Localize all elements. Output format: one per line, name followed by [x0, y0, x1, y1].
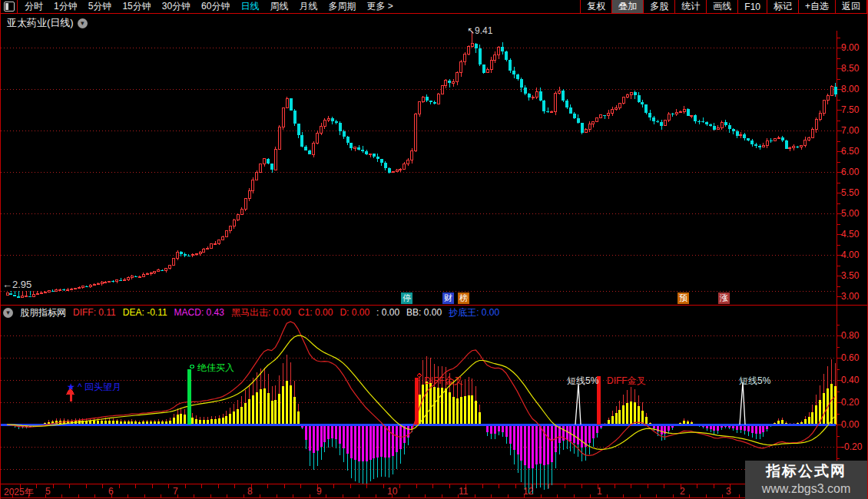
trading-app-window: 分时 1分钟 5分钟 15分钟 30分钟 60分钟 日线 周线 月线 多周期 更…: [0, 0, 868, 499]
tab-multiperiod[interactable]: 多周期: [328, 0, 356, 13]
price-axis-label: 6.00: [841, 167, 859, 177]
button-back[interactable]: 返回: [835, 0, 867, 13]
chart-canvas[interactable]: [1, 0, 868, 499]
indicator-value: : 0.00: [376, 307, 399, 318]
tab-1min[interactable]: 1分钟: [54, 0, 78, 13]
timeline-month-label: 12: [523, 486, 533, 497]
chevron-down-icon[interactable]: ▾: [3, 308, 13, 318]
event-badge[interactable]: 预: [678, 292, 689, 304]
button-fuquan[interactable]: 复权: [580, 0, 611, 13]
indicator-value: 黑马出击: 0.00: [231, 306, 291, 319]
indicator-value: 抄底王: 0.00: [449, 306, 499, 319]
tab-weekly[interactable]: 周线: [270, 0, 288, 13]
top-menu-bar: 分时 1分钟 5分钟 15分钟 30分钟 60分钟 日线 周线 月线 多周期 更…: [1, 0, 867, 14]
signal-label: 绝佳买入: [197, 362, 234, 375]
chart-title-row: 亚太药业(日线) ▾: [7, 16, 88, 30]
signal-label: 短线5%: [567, 375, 598, 388]
timeline-month-label: 8: [247, 486, 253, 497]
indicator-header: ▾ 股朋指标网DIFF: 0.11DEA: -0.11MACD: 0.43黑马出…: [1, 306, 835, 319]
arrow-upleft-icon: ↖: [467, 25, 475, 36]
timeline-month-label: 6: [108, 486, 114, 497]
indicator-value: C1: 0.00: [298, 307, 333, 318]
indicator-axis-label: -0.20: [841, 441, 862, 452]
timeline-year-label: 2025年: [4, 486, 34, 499]
indicator-value: D: 0.00: [340, 307, 369, 318]
tab-30min[interactable]: 30分钟: [162, 0, 190, 13]
price-axis-label: 5.00: [841, 208, 859, 219]
signal-label: ★ ^ 回头望月: [67, 381, 121, 394]
indicator-value: DEA: -0.11: [123, 307, 167, 318]
button-drawline[interactable]: 画线: [706, 0, 737, 13]
button-mark[interactable]: 标记: [767, 0, 798, 13]
tab-monthly[interactable]: 月线: [299, 0, 317, 13]
timeline-month-label: 9: [316, 486, 322, 497]
button-f10[interactable]: F10: [737, 0, 767, 13]
toolbar-buttons: 复权 叠加 多股 统计 画线 F10 标记 +自选 返回: [580, 0, 867, 13]
price-axis-label: 8.50: [841, 63, 859, 74]
watermark-url: www.zbgs3.com: [745, 481, 867, 497]
button-overlay[interactable]: 叠加: [611, 0, 643, 13]
price-axis-label: 7.50: [841, 104, 859, 115]
price-axis-label: 9.00: [841, 42, 859, 53]
price-axis-label: 7.00: [841, 125, 859, 136]
price-axis-label: 4.50: [841, 229, 859, 240]
event-badge[interactable]: 停: [401, 292, 412, 304]
arrow-left-icon: ←: [2, 279, 12, 290]
tab-60min[interactable]: 60分钟: [201, 0, 230, 13]
price-axis-label: 3.00: [841, 291, 859, 302]
tab-15min[interactable]: 15分钟: [122, 0, 151, 13]
chevron-down-icon[interactable]: ▾: [78, 18, 88, 28]
timeline-month-label: 7: [173, 486, 178, 497]
signal-label: DIFF金叉: [607, 375, 646, 388]
page-title: 亚太药业(日线): [7, 16, 74, 30]
price-axis-label: 4.00: [841, 250, 859, 260]
timeline-month-label: 3: [726, 486, 731, 497]
tab-more[interactable]: 更多 >: [366, 0, 393, 13]
button-stats[interactable]: 统计: [674, 0, 706, 13]
timeline-month-label: 1: [597, 486, 602, 497]
price-axis-label: 3.50: [841, 270, 859, 281]
indicator-axis-label: 0.20: [841, 397, 859, 408]
tab-5min[interactable]: 5分钟: [88, 0, 112, 13]
layout-toggle-icon[interactable]: [4, 2, 15, 12]
event-badge[interactable]: 涨: [718, 292, 730, 304]
event-badge[interactable]: 榜: [458, 292, 469, 304]
indicator-axis-label: 0.00: [841, 419, 859, 430]
indicator-axis-label: 0.80: [841, 330, 859, 341]
timeline-month-label: 2: [680, 486, 685, 497]
indicator-axis-label: 0.40: [841, 375, 859, 385]
price-axis-label: 8.00: [841, 84, 859, 94]
timeline-month-label: 10: [387, 486, 397, 497]
signal-label: DIFF金叉: [424, 375, 463, 388]
timeline-month-label: 5: [45, 486, 51, 497]
tab-daily[interactable]: 日线: [240, 0, 259, 13]
divider: [17, 0, 18, 13]
button-multistock[interactable]: 多股: [643, 0, 674, 13]
indicator-value: 股朋指标网: [20, 306, 66, 319]
tab-fenshi[interactable]: 分时: [25, 0, 43, 13]
watermark: 指标公式网 www.zbgs3.com: [745, 461, 867, 499]
period-tabs: 分时 1分钟 5分钟 15分钟 30分钟 60分钟 日线 周线 月线 多周期 更…: [25, 0, 393, 13]
high-price-annotation: ↖9.41: [467, 25, 492, 36]
timeline-month-label: 11: [459, 486, 468, 497]
event-badge[interactable]: 财: [442, 292, 454, 304]
signal-label: 短线5%: [739, 375, 770, 388]
indicator-value: DIFF: 0.11: [73, 307, 116, 318]
indicator-value: MACD: 0.43: [174, 307, 224, 318]
low-price-annotation: ←2.95: [2, 279, 31, 290]
indicator-axis-label: 0.60: [841, 352, 859, 363]
watermark-title: 指标公式网: [745, 461, 867, 481]
price-axis-label: 5.50: [841, 187, 859, 198]
button-add-watchlist[interactable]: +自选: [798, 0, 835, 13]
price-axis-label: 6.50: [841, 146, 859, 157]
indicator-value: BB: 0.00: [406, 307, 442, 318]
